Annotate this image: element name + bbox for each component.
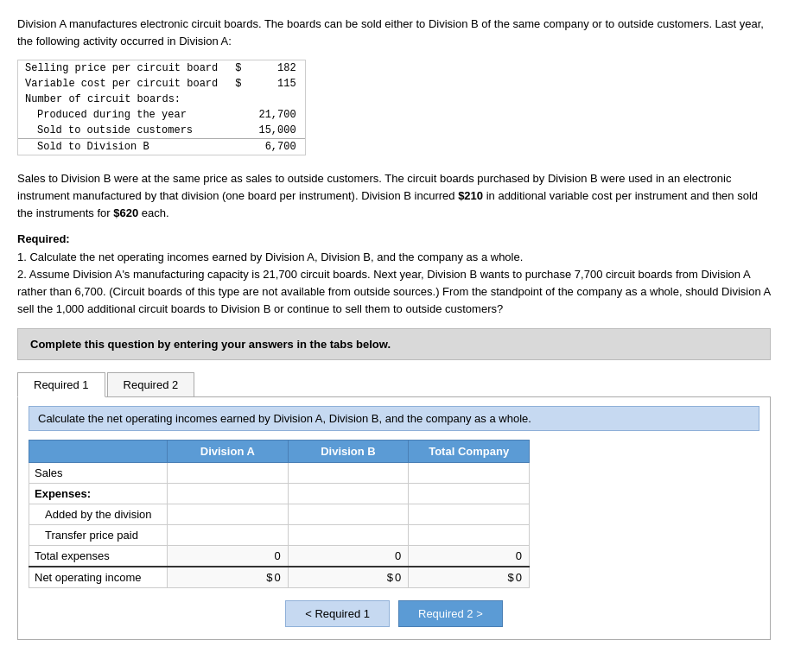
- dollar-sign-total: $: [508, 571, 514, 584]
- table-row: 115: [250, 76, 304, 92]
- table-row: Net operating income $0 $0 $0: [29, 567, 530, 588]
- table-row: Sales: [29, 463, 530, 484]
- transfer-division-a-input[interactable]: [171, 529, 284, 542]
- col-header-division-b: Division B: [288, 441, 409, 463]
- net-income-div-a-value: 0: [274, 571, 280, 584]
- required-section: Required: 1. Calculate the net operating…: [17, 231, 771, 318]
- col-header-total: Total Company: [409, 441, 530, 463]
- added-division-a-cell[interactable]: [168, 504, 289, 525]
- tab-instruction-bar: Calculate the net operating incomes earn…: [29, 406, 759, 431]
- table-row: [226, 139, 250, 155]
- net-income-total-value: 0: [516, 571, 522, 584]
- table-row: Number of circuit boards:: [18, 92, 226, 107]
- nav-buttons: < Required 1 Required 2 >: [29, 600, 759, 627]
- total-expenses-div-b: 0: [288, 546, 409, 567]
- table-row: [226, 123, 250, 139]
- expenses-div-b: [288, 484, 409, 504]
- forward-button[interactable]: Required 2 >: [398, 600, 503, 627]
- tab-instruction-text: Calculate the net operating incomes earn…: [38, 412, 531, 425]
- table-row: 15,000: [250, 123, 304, 139]
- table-row: $: [226, 60, 250, 76]
- transfer-division-a-cell[interactable]: [168, 525, 289, 546]
- net-income-div-a: $0: [168, 567, 289, 588]
- tab-required-1[interactable]: Required 1: [17, 372, 105, 397]
- transfer-division-b-cell[interactable]: [288, 525, 409, 546]
- row-label-expenses: Expenses:: [29, 484, 168, 504]
- row-label-added-by-division: Added by the division: [29, 504, 168, 525]
- back-button[interactable]: < Required 1: [285, 600, 390, 627]
- total-expenses-total: 0: [409, 546, 530, 567]
- sales-division-b-cell[interactable]: [288, 463, 409, 484]
- added-total-cell[interactable]: [409, 504, 530, 525]
- table-row: 21,700: [250, 107, 304, 123]
- net-income-div-b-value: 0: [395, 571, 401, 584]
- tab-content-area: Calculate the net operating incomes earn…: [17, 396, 771, 640]
- transfer-division-b-input[interactable]: [292, 529, 405, 542]
- table-row: [226, 107, 250, 123]
- body-paragraph-1: Sales to Division B were at the same pri…: [17, 170, 771, 222]
- row-label-sales: Sales: [29, 463, 168, 484]
- required-title: Required:: [17, 232, 70, 245]
- required-item-2: 2. Assume Division A's manufacturing cap…: [17, 266, 771, 318]
- expenses-total: [409, 484, 530, 504]
- sales-total-input[interactable]: [412, 466, 525, 479]
- table-row: Produced during the year: [18, 107, 226, 123]
- transfer-total-cell[interactable]: [409, 525, 530, 546]
- added-division-a-input[interactable]: [171, 508, 284, 521]
- activity-table: Selling price per circuit board $ 182 Va…: [17, 60, 306, 155]
- net-income-total: $0: [409, 567, 530, 588]
- sales-division-a-cell[interactable]: [168, 463, 289, 484]
- intro-paragraph: Division A manufactures electronic circu…: [17, 16, 771, 49]
- total-expenses-div-a: 0: [168, 546, 289, 567]
- row-label-net-income: Net operating income: [29, 567, 168, 588]
- table-row: [226, 92, 250, 107]
- table-row: Total expenses 0 0 0: [29, 546, 530, 567]
- dollar-sign-a: $: [266, 571, 272, 584]
- table-row: Selling price per circuit board: [18, 60, 226, 76]
- row-label-total-expenses: Total expenses: [29, 546, 168, 567]
- table-row: 6,700: [250, 139, 304, 155]
- row-label-transfer-price: Transfer price paid: [29, 525, 168, 546]
- dollar-sign-b: $: [387, 571, 393, 584]
- table-row: $: [226, 76, 250, 92]
- table-row: 182: [250, 60, 304, 76]
- expenses-div-a: [168, 484, 289, 504]
- table-row: Variable cost per circuit board: [18, 76, 226, 92]
- sales-division-a-input[interactable]: [171, 466, 284, 479]
- added-division-b-cell[interactable]: [288, 504, 409, 525]
- col-header-label: [29, 441, 168, 463]
- col-header-division-a: Division A: [168, 441, 289, 463]
- table-row: Transfer price paid: [29, 525, 530, 546]
- sales-division-b-input[interactable]: [292, 466, 405, 479]
- sales-total-cell[interactable]: [409, 463, 530, 484]
- table-row: Sold to Division B: [18, 139, 226, 155]
- table-row: Expenses:: [29, 484, 530, 504]
- tabs-row: Required 1 Required 2: [17, 372, 771, 397]
- added-division-b-input[interactable]: [292, 508, 405, 521]
- tab-required-2[interactable]: Required 2: [107, 372, 195, 397]
- table-row: Added by the division: [29, 504, 530, 525]
- required-item-1: 1. Calculate the net operating incomes e…: [17, 249, 771, 266]
- calculation-table: Division A Division B Total Company Sale…: [29, 440, 530, 588]
- table-row: [250, 92, 304, 107]
- net-income-div-b: $0: [288, 567, 409, 588]
- added-total-input[interactable]: [412, 508, 525, 521]
- complete-instructions-text: Complete this question by entering your …: [30, 338, 391, 351]
- table-row: Sold to outside customers: [18, 123, 226, 139]
- complete-instructions-box: Complete this question by entering your …: [17, 328, 771, 360]
- transfer-total-input[interactable]: [412, 529, 525, 542]
